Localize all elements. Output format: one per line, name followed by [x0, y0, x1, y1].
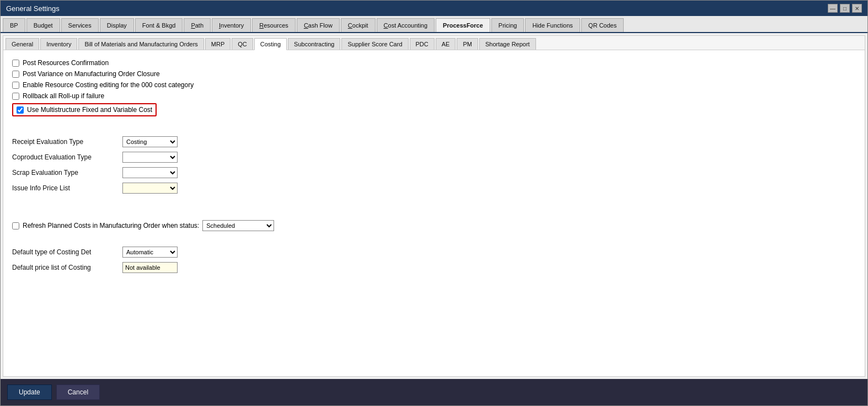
field-label-coproduct_eval: Coproduct Evaluation Type — [12, 153, 122, 161]
field-select-scrap_eval[interactable]: CostingStandard — [122, 167, 178, 178]
update-button[interactable]: Update — [7, 384, 52, 400]
tab-content: Post Resources ConfirmationPost Variance… — [3, 50, 865, 376]
sub-tab-costing[interactable]: Costing — [254, 38, 287, 50]
checkbox-label-rollback: Rollback all Roll-up if failure — [23, 92, 104, 100]
sub-tab-bar: GeneralInventoryBill of Materials and Ma… — [3, 36, 865, 50]
checkbox-use_multistructure[interactable] — [17, 106, 24, 114]
main-tab-inventory[interactable]: Inventory — [212, 18, 251, 32]
highlighted-checkbox-label: Use Multistructure Fixed and Variable Co… — [27, 106, 152, 114]
field-row-scrap_eval: Scrap Evaluation TypeCostingStandard — [12, 167, 856, 178]
checkbox-row-rollback: Rollback all Roll-up if failure — [12, 92, 856, 100]
main-tab-budget[interactable]: Budget — [26, 18, 60, 32]
checkbox-label-post_resources: Post Resources Confirmation — [23, 59, 109, 67]
main-tab-path[interactable]: Path — [184, 18, 211, 32]
main-tab-bp[interactable]: BP — [3, 18, 25, 32]
sub-tab-shortage_report[interactable]: Shortage Report — [479, 38, 536, 50]
sub-tab-pm[interactable]: PM — [457, 38, 478, 50]
checkbox-label-enable_resource_costing: Enable Resource Costing editing for the … — [23, 81, 194, 89]
sub-tab-supplier_score_card[interactable]: Supplier Score Card — [341, 38, 408, 50]
field-label-default_costing_det: Default type of Costing Det — [12, 248, 122, 256]
refresh-status-select[interactable]: ScheduledReleasedClosed — [202, 220, 274, 231]
checkbox-row-post_resources: Post Resources Confirmation — [12, 59, 856, 67]
field-label-issue_info: Issue Info Price List — [12, 184, 122, 192]
sub-tab-bom[interactable]: Bill of Materials and Manufacturing Orde… — [78, 38, 203, 50]
main-tab-processforce[interactable]: ProcessForce — [436, 18, 490, 33]
main-window: General Settings — □ ✕ BPBudgetServicesD… — [0, 0, 868, 406]
checkbox-row-enable_resource_costing: Enable Resource Costing editing for the … — [12, 81, 856, 89]
field-row-coproduct_eval: Coproduct Evaluation TypeCostingStandard — [12, 152, 856, 163]
field-label-receipt_eval: Receipt Evaluation Type — [12, 138, 122, 146]
main-tab-cash_flow[interactable]: Cash Flow — [297, 18, 340, 32]
field-row-default_costing_det: Default type of Costing DetAutomaticManu… — [12, 247, 856, 258]
content-area: GeneralInventoryBill of Materials and Ma… — [3, 35, 865, 377]
field-select-issue_info[interactable]: Price List 1Price List 2 — [122, 183, 178, 194]
checkbox-post_variance[interactable] — [12, 71, 19, 78]
minimize-button[interactable]: — — [828, 4, 838, 13]
main-tab-font_bkgd[interactable]: Font & Bkgd — [135, 18, 183, 32]
sub-tab-pdc[interactable]: PDC — [410, 38, 435, 50]
main-tab-bar: BPBudgetServicesDisplayFont & BkgdPathIn… — [1, 16, 867, 33]
checkbox-enable_resource_costing[interactable] — [12, 82, 19, 89]
sub-tab-ae[interactable]: AE — [436, 38, 456, 50]
sub-tab-inventory[interactable]: Inventory — [40, 38, 77, 50]
refresh-row: Refresh Planned Costs in Manufacturing O… — [12, 220, 856, 231]
main-tab-hide_functions[interactable]: Hide Functions — [525, 18, 580, 32]
sub-tab-mrp[interactable]: MRP — [205, 38, 231, 50]
close-button[interactable]: ✕ — [852, 4, 862, 13]
window-title: General Settings — [6, 4, 60, 13]
sub-tab-qc[interactable]: QC — [232, 38, 253, 50]
field-select-coproduct_eval[interactable]: CostingStandard — [122, 152, 178, 163]
field-select-receipt_eval[interactable]: CostingStandardMoving Average — [122, 136, 178, 147]
checkbox-label-post_variance: Post Variance on Manufacturing Order Clo… — [23, 70, 160, 78]
maximize-button[interactable]: □ — [840, 4, 850, 13]
title-bar-controls: — □ ✕ — [828, 4, 862, 13]
main-tab-resources[interactable]: Resources — [252, 18, 296, 32]
checkbox-rollback[interactable] — [12, 93, 19, 100]
field-row-default_price_list: Default price list of Costing — [12, 262, 856, 273]
field-select-default_costing_det[interactable]: AutomaticManual — [122, 247, 178, 258]
field-row-issue_info: Issue Info Price ListPrice List 1Price L… — [12, 183, 856, 194]
checkbox-row-post_variance: Post Variance on Manufacturing Order Clo… — [12, 70, 856, 78]
main-tab-services[interactable]: Services — [61, 18, 99, 32]
title-bar: General Settings — □ ✕ — [1, 1, 867, 16]
field-input-default_price_list[interactable] — [122, 262, 178, 273]
field-label-scrap_eval: Scrap Evaluation Type — [12, 169, 122, 177]
main-tab-cockpit[interactable]: Cockpit — [341, 18, 376, 32]
refresh-checkbox[interactable] — [12, 222, 19, 229]
main-tab-cost_accounting[interactable]: Cost Accounting — [377, 18, 435, 32]
highlighted-checkbox-row: Use Multistructure Fixed and Variable Co… — [12, 103, 157, 116]
main-tab-pricing[interactable]: Pricing — [491, 18, 524, 32]
refresh-label: Refresh Planned Costs in Manufacturing O… — [23, 222, 199, 229]
field-row-receipt_eval: Receipt Evaluation TypeCostingStandardMo… — [12, 136, 856, 147]
sub-tab-general[interactable]: General — [6, 38, 39, 50]
cancel-button[interactable]: Cancel — [56, 384, 100, 400]
bottom-bar: Update Cancel — [1, 379, 867, 405]
sub-tab-subcontracting[interactable]: Subcontracting — [288, 38, 340, 50]
main-tab-display[interactable]: Display — [100, 18, 134, 32]
checkbox-post_resources[interactable] — [12, 60, 19, 67]
main-tab-qr_codes[interactable]: QR Codes — [581, 18, 624, 32]
field-label-default_price_list: Default price list of Costing — [12, 264, 122, 271]
